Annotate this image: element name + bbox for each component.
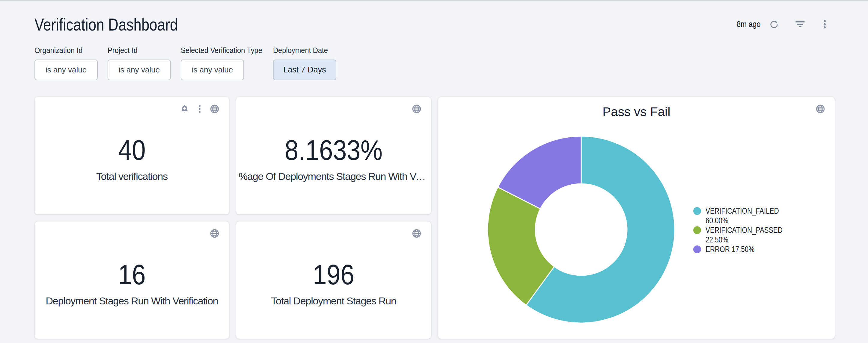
chart-legend: VERIFICATION_FAILED 60.00% VERIFICATION_… bbox=[693, 206, 807, 254]
filter-project-id: Project Id is any value bbox=[107, 46, 171, 80]
legend-label: ERROR 17.50% bbox=[706, 244, 754, 254]
kebab-dots-glyph bbox=[824, 20, 826, 29]
bell-plus-icon[interactable] bbox=[180, 104, 189, 113]
filter-value-button[interactable]: is any value bbox=[181, 60, 244, 80]
tile-toolbar bbox=[816, 104, 825, 113]
filter-value-button[interactable]: is any value bbox=[107, 60, 171, 80]
globe-icon[interactable] bbox=[412, 229, 421, 238]
tile-label: Deployment Stages Run With Verification bbox=[35, 295, 229, 307]
filter-label: Deployment Date bbox=[273, 46, 331, 55]
filter-organization-id: Organization Id is any value bbox=[34, 46, 98, 80]
refresh-icon[interactable] bbox=[769, 19, 779, 29]
tile-toolbar bbox=[412, 229, 421, 238]
filter-selected-verification-type: Selected Verification Type is any value bbox=[181, 46, 263, 80]
globe-icon[interactable] bbox=[816, 104, 825, 113]
tile-toolbar bbox=[210, 229, 219, 238]
tile-pct-deployments-stages-run-with-verification: 8.1633% %age Of Deployments Stages Run W… bbox=[236, 97, 431, 214]
top-divider bbox=[0, 0, 868, 1]
tile-total-verifications: 40 Total verifications bbox=[35, 97, 229, 214]
filter-deployment-date: Deployment Date Last 7 Days bbox=[273, 46, 336, 80]
legend-label: VERIFICATION_FAILED 60.00% bbox=[706, 206, 787, 226]
legend-label: VERIFICATION_PASSED 22.50% bbox=[706, 226, 787, 244]
page-title: Verification Dashboard bbox=[34, 14, 178, 35]
tile-toolbar bbox=[412, 104, 421, 113]
tile-value: 196 bbox=[248, 261, 419, 289]
filter-label: Organization Id bbox=[34, 46, 92, 55]
tile-total-deployment-stages-run: 196 Total Deployment Stages Run bbox=[236, 221, 431, 339]
tile-label: Total verifications bbox=[35, 170, 229, 182]
filter-bars-glyph bbox=[796, 21, 805, 27]
tile-deployment-stages-run-with-verification: 16 Deployment Stages Run With Verificati… bbox=[35, 221, 229, 339]
kebab-menu-icon[interactable] bbox=[819, 19, 830, 29]
dashboard-grid: 40 Total verifications 8.1633% %age Of D… bbox=[35, 97, 835, 339]
tile-value: 40 bbox=[46, 136, 217, 164]
tile-value: 8.1633% bbox=[248, 136, 419, 164]
legend-item[interactable]: ERROR 17.50% bbox=[693, 244, 807, 254]
filter-value-button[interactable]: Last 7 Days bbox=[273, 60, 336, 80]
legend-item[interactable]: VERIFICATION_PASSED 22.50% bbox=[693, 226, 807, 244]
legend-dot bbox=[693, 207, 701, 215]
globe-icon[interactable] bbox=[210, 104, 219, 113]
tile-value: 16 bbox=[46, 261, 217, 289]
tile-toolbar bbox=[180, 104, 219, 113]
filter-label: Project Id bbox=[107, 46, 165, 55]
tile-label: Total Deployment Stages Run bbox=[236, 295, 431, 307]
filter-bar: Organization Id is any value Project Id … bbox=[34, 46, 336, 80]
filter-label: Selected Verification Type bbox=[181, 46, 256, 55]
legend-dot bbox=[693, 226, 701, 234]
last-updated: 8m ago bbox=[737, 19, 761, 29]
chart-card-pass-vs-fail: Pass vs Fail VERIFICATION_FAILED 60.00% … bbox=[438, 97, 835, 339]
globe-icon[interactable] bbox=[210, 229, 219, 238]
tile-label: %age Of Deployments Stages Run With Veri… bbox=[236, 170, 431, 182]
filter-icon[interactable] bbox=[795, 19, 805, 29]
legend-item[interactable]: VERIFICATION_FAILED 60.00% bbox=[693, 206, 807, 226]
kebab-dots-glyph bbox=[199, 105, 200, 113]
globe-icon[interactable] bbox=[412, 104, 421, 113]
kebab-menu-icon[interactable] bbox=[195, 104, 204, 113]
filter-value-button[interactable]: is any value bbox=[34, 60, 98, 80]
legend-dot bbox=[693, 245, 701, 253]
